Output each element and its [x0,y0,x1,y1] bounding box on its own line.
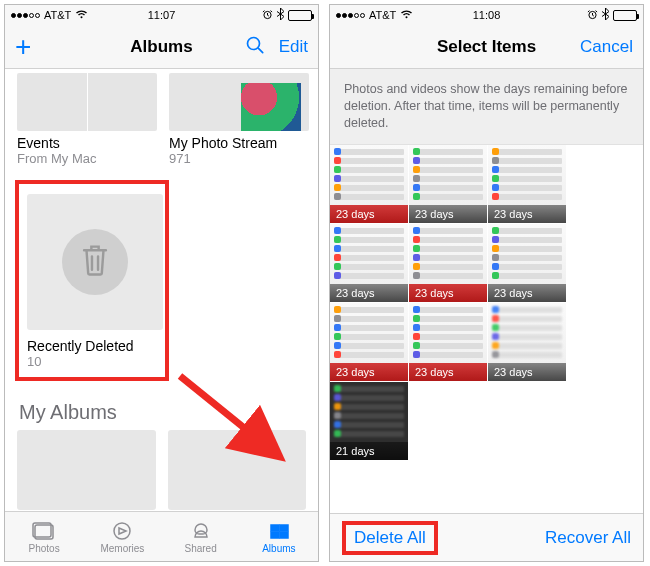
nav-bar: + Albums Edit [5,25,318,69]
photo-cell[interactable]: 23 days [330,224,408,302]
my-albums-header: My Albums [5,391,318,430]
photo-cell[interactable]: 23 days [488,303,566,381]
bluetooth-icon [277,8,284,22]
album-subtitle: From My Mac [17,151,157,166]
delete-all-highlight: Delete All [342,521,438,555]
recently-deleted-title: Recently Deleted [27,338,157,354]
phone-select-items: AT&T 11:08 Select Items Cancel [329,4,644,562]
tab-label: Shared [185,543,217,554]
days-remaining-label: 23 days [330,284,408,302]
album-recently-deleted[interactable]: Recently Deleted 10 [27,194,157,369]
tab-albums[interactable]: Albums [240,512,318,561]
days-remaining-label: 23 days [488,205,566,223]
photo-cell[interactable]: 23 days [488,224,566,302]
status-time: 11:07 [148,9,176,21]
phone-albums: AT&T 11:07 + Albums [4,4,319,562]
days-remaining-label: 21 days [330,442,408,460]
tab-label: Photos [29,543,60,554]
signal-dots-icon [11,13,40,18]
cancel-button[interactable]: Cancel [580,37,633,57]
recently-deleted-count: 10 [27,354,157,369]
tab-label: Albums [262,543,295,554]
tab-label: Memories [100,543,144,554]
edit-button[interactable]: Edit [279,37,308,57]
album-subtitle: 971 [169,151,309,166]
recently-deleted-highlight: Recently Deleted 10 [15,180,169,381]
photo-cell[interactable]: 23 days [409,303,487,381]
carrier-label: AT&T [369,9,396,21]
bottom-toolbar: Delete All Recover All [330,513,643,561]
nav-title: Albums [130,37,192,57]
my-albums-row [5,430,318,510]
nav-bar: Select Items Cancel [330,25,643,69]
photo-cell[interactable]: 23 days [409,145,487,223]
battery-icon [613,10,637,21]
album-title: Events [17,135,157,151]
days-remaining-label: 23 days [330,205,408,223]
tab-shared[interactable]: Shared [162,512,240,561]
photo-cell[interactable]: 21 days [330,382,408,460]
trash-icon [80,243,110,281]
signal-dots-icon [336,13,365,18]
bluetooth-icon [602,8,609,22]
alarm-icon [262,9,273,22]
album-title: My Photo Stream [169,135,309,151]
photo-cell[interactable]: 23 days [330,145,408,223]
alarm-icon [587,9,598,22]
status-time: 11:08 [473,9,501,21]
album-thumb [169,73,309,131]
tab-memories[interactable]: Memories [83,512,161,561]
svg-rect-6 [280,525,288,531]
photo-cell[interactable]: 23 days [409,224,487,302]
status-bar: AT&T 11:07 [5,5,318,25]
battery-icon [288,10,312,21]
tab-photos[interactable]: Photos [5,512,83,561]
days-remaining-label: 23 days [488,363,566,381]
album-photostream[interactable]: My Photo Stream 971 [169,73,309,166]
recently-deleted-thumb [27,194,163,330]
recover-all-button[interactable]: Recover All [545,528,631,548]
add-album-button[interactable]: + [15,33,31,61]
delete-all-button[interactable]: Delete All [354,528,426,547]
wifi-icon [75,9,88,21]
days-remaining-label: 23 days [488,284,566,302]
svg-rect-7 [271,532,279,538]
album-placeholder[interactable] [168,430,307,510]
photo-cell[interactable]: 23 days [488,145,566,223]
wifi-icon [400,9,413,21]
days-remaining-label: 23 days [409,284,487,302]
carrier-label: AT&T [44,9,71,21]
svg-rect-5 [271,525,279,531]
days-remaining-label: 23 days [330,363,408,381]
status-bar: AT&T 11:08 [330,5,643,25]
album-placeholder[interactable] [17,430,156,510]
photo-grid: 23 days23 days23 days23 days23 days23 da… [330,145,643,460]
nav-title: Select Items [437,37,536,57]
album-row-top: Events From My Mac My Photo Stream 971 [5,69,318,174]
photo-cell[interactable]: 23 days [330,303,408,381]
svg-rect-8 [280,532,288,538]
album-thumb [17,73,157,131]
search-button[interactable] [245,35,265,59]
days-remaining-label: 23 days [409,363,487,381]
album-events[interactable]: Events From My Mac [17,73,157,166]
days-remaining-label: 23 days [409,205,487,223]
info-banner: Photos and videos show the days remainin… [330,69,643,145]
tab-bar: Photos Memories Shared Albums [5,511,318,561]
